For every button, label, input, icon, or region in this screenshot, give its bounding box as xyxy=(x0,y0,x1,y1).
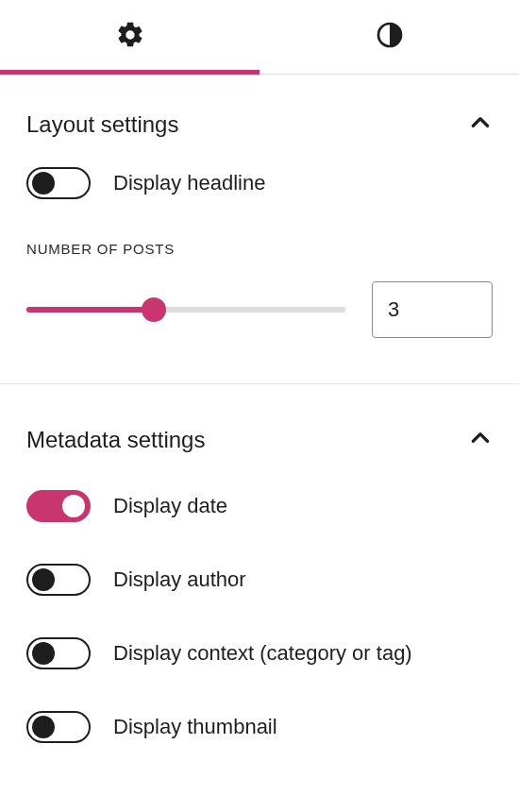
toggle-knob xyxy=(32,642,55,665)
tab-styles[interactable] xyxy=(260,0,519,74)
slider-thumb xyxy=(142,297,166,322)
display-date-toggle[interactable] xyxy=(26,490,91,522)
number-of-posts-slider[interactable] xyxy=(26,298,345,321)
layout-settings-section: Layout settings Display headline NUMBER … xyxy=(0,75,519,338)
number-of-posts-label: NUMBER OF POSTS xyxy=(26,241,493,257)
layout-settings-title: Layout settings xyxy=(26,111,178,138)
gear-icon xyxy=(115,20,145,54)
display-date-label: Display date xyxy=(113,494,227,518)
display-author-toggle[interactable] xyxy=(26,564,91,596)
tab-bar xyxy=(0,0,519,75)
metadata-settings-title: Metadata settings xyxy=(26,427,205,453)
display-headline-toggle[interactable] xyxy=(26,167,91,199)
display-headline-label: Display headline xyxy=(113,171,265,195)
metadata-settings-header[interactable]: Metadata settings xyxy=(26,384,493,490)
toggle-knob xyxy=(62,495,85,517)
display-context-row: Display context (category or tag) xyxy=(26,637,493,669)
slider-fill xyxy=(26,307,154,313)
display-context-toggle[interactable] xyxy=(26,637,91,669)
display-thumbnail-toggle[interactable] xyxy=(26,711,91,743)
chevron-up-icon xyxy=(468,426,493,454)
display-context-label: Display context (category or tag) xyxy=(113,641,412,666)
display-author-label: Display author xyxy=(113,567,246,592)
display-date-row: Display date xyxy=(26,490,493,522)
chevron-up-icon xyxy=(468,110,493,139)
display-thumbnail-row: Display thumbnail xyxy=(26,711,493,743)
contrast-icon xyxy=(375,20,405,54)
toggle-knob xyxy=(32,172,55,195)
number-of-posts-input[interactable] xyxy=(372,281,493,338)
display-headline-row: Display headline xyxy=(26,167,493,199)
display-author-row: Display author xyxy=(26,564,493,596)
toggle-knob xyxy=(32,716,55,738)
tab-settings[interactable] xyxy=(0,0,260,74)
metadata-settings-section: Metadata settings Display date Display a… xyxy=(0,384,519,743)
toggle-knob xyxy=(32,568,55,591)
layout-settings-header[interactable]: Layout settings xyxy=(26,75,493,167)
display-thumbnail-label: Display thumbnail xyxy=(113,715,277,739)
number-of-posts-control xyxy=(26,281,493,338)
